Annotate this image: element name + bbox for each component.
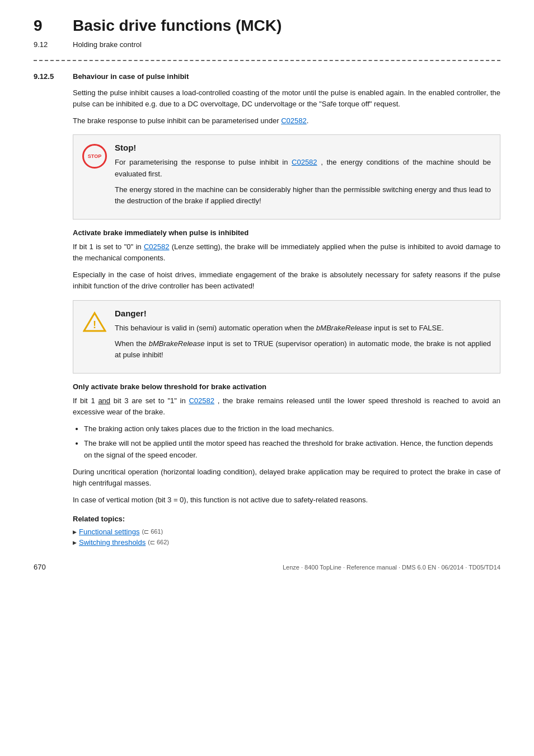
- intro-para1: Setting the pulse inhibit causes a load-…: [73, 87, 500, 110]
- danger-content: Danger! This behaviour is valid in (semi…: [115, 309, 491, 365]
- section-number: 9.12: [34, 40, 73, 49]
- related-item-functional: Functional settings (⊏ 661): [73, 528, 500, 536]
- c02582-link-1[interactable]: C02582: [281, 116, 307, 125]
- chapter-number: 9: [34, 17, 73, 35]
- bullet-list: The braking action only takes places due…: [84, 423, 500, 460]
- svg-text:!: !: [93, 319, 96, 330]
- stop-para2: The energy stored in the machine can be …: [115, 184, 491, 207]
- chapter-title: Basic drive functions (MCK): [73, 17, 282, 35]
- sub2-para3: In case of vertical motion (bit 3 = 0), …: [73, 494, 500, 506]
- related-list: Functional settings (⊏ 661) Switching th…: [73, 528, 500, 547]
- sub2-para2: During uncritical operation (horizontal …: [73, 466, 500, 489]
- page-footer: 670 Lenze · 8400 TopLine · Reference man…: [34, 563, 500, 571]
- page-header: 9 Basic drive functions (MCK) 9.12 Holdi…: [34, 17, 500, 49]
- sub2-para1: If bit 1 and bit 3 are set to "1" in C02…: [73, 395, 500, 418]
- functional-settings-link[interactable]: Functional settings: [79, 528, 139, 536]
- dashed-divider: [34, 60, 500, 61]
- main-content: Setting the pulse inhibit causes a load-…: [73, 87, 500, 547]
- doc-info: Lenze · 8400 TopLine · Reference manual …: [283, 564, 500, 571]
- stop-box: STOP Stop! For parameterising the respon…: [73, 134, 500, 220]
- bullet-item-1: The braking action only takes places due…: [84, 423, 500, 435]
- intro-para2: The brake response to pulse inhibit can …: [73, 115, 500, 127]
- stop-para1: For parameterising the response to pulse…: [115, 157, 491, 179]
- stop-title: Stop!: [115, 143, 491, 152]
- subheading-activate-brake: Activate brake immediately when pulse is…: [73, 228, 500, 237]
- underline-and: and: [98, 396, 110, 405]
- page-number: 670: [34, 563, 46, 571]
- c02582-link-2[interactable]: C02582: [292, 158, 317, 166]
- danger-icon: !: [82, 310, 107, 334]
- section-heading: 9.12.5 Behaviour in case of pulse inhibi…: [34, 72, 500, 81]
- c02582-link-3[interactable]: C02582: [144, 242, 170, 251]
- stop-content: Stop! For parameterising the response to…: [115, 143, 491, 211]
- section-name: Behaviour in case of pulse inhibit: [73, 72, 189, 81]
- sub1-para1: If bit 1 is set to "0" in C02582 (Lenze …: [73, 241, 500, 264]
- related-item-switching: Switching thresholds (⊏ 662): [73, 538, 500, 547]
- related-topics-heading: Related topics:: [73, 515, 500, 523]
- danger-title: Danger!: [115, 309, 491, 318]
- section-title-header: Holding brake control: [73, 40, 142, 49]
- functional-settings-ref: (⊏ 661): [142, 528, 163, 535]
- sub1-para2: Especially in the case of hoist drives, …: [73, 269, 500, 292]
- c02582-link-4[interactable]: C02582: [189, 396, 214, 405]
- danger-para1: This behaviour is valid in (semi) automa…: [115, 323, 491, 334]
- subheading-only-activate: Only activate brake below threshold for …: [73, 382, 500, 391]
- danger-box: ! Danger! This behaviour is valid in (se…: [73, 300, 500, 374]
- bullet-item-2: The brake will not be applied until the …: [84, 438, 500, 460]
- switching-thresholds-link[interactable]: Switching thresholds: [79, 538, 146, 547]
- danger-para2: When the bMBrakeRelease input is set to …: [115, 338, 491, 361]
- section-num: 9.12.5: [34, 72, 73, 81]
- switching-thresholds-ref: (⊏ 662): [148, 539, 169, 546]
- stop-icon: STOP: [82, 144, 107, 169]
